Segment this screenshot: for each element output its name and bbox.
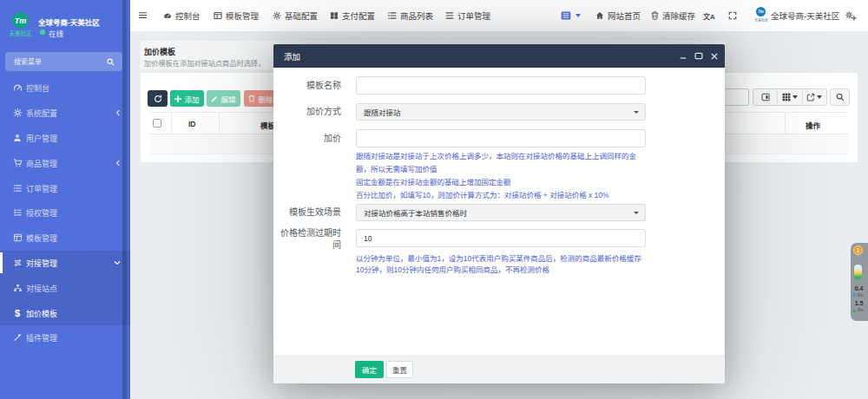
markup-mode-select[interactable]: 跟随对接站 (356, 103, 646, 121)
scene-select[interactable]: 对接站价格高于本站销售价格时 (356, 204, 646, 221)
upload-speed-value: 1.5 (851, 300, 867, 306)
logo-text: Tm (15, 16, 27, 25)
column-divider (171, 112, 172, 134)
nav-item-console[interactable]: 控制台 (163, 0, 201, 31)
add-button[interactable]: 添加 (170, 90, 204, 107)
home-icon (595, 11, 604, 20)
page-description: 加价模板在添加对接站点商品时选择， (144, 57, 265, 68)
trash-icon (651, 11, 659, 20)
order-list-icon (12, 184, 23, 193)
expiry-input[interactable] (356, 229, 646, 247)
scene-value: 对接站价格高于本站销售价格时 (364, 207, 467, 218)
sidebar-item-system-config[interactable]: 系统配置 (0, 101, 130, 126)
fullscreen-button[interactable] (728, 0, 737, 31)
sidebar-item-user-management[interactable]: 用户管理 (0, 126, 130, 151)
columns-button[interactable] (777, 89, 801, 105)
sidebar-item-plugin-management[interactable]: 插件管理 (0, 325, 130, 350)
sidebar-item-label: 系统配置 (26, 108, 57, 119)
select-all-checkbox[interactable] (153, 119, 161, 128)
search-button[interactable] (830, 88, 850, 106)
close-icon[interactable] (711, 44, 718, 68)
export-button[interactable] (802, 89, 826, 105)
sidebar-item-order-management[interactable]: 订单管理 (0, 175, 130, 200)
sidebar-search-input[interactable] (14, 52, 101, 71)
avatar-text: Tm (758, 10, 764, 14)
caret-down-icon (575, 14, 581, 17)
caret-down-icon (634, 111, 639, 114)
minimize-icon[interactable] (680, 44, 687, 68)
refresh-button[interactable] (148, 90, 168, 107)
gears-icon (845, 10, 857, 21)
refresh-icon (154, 95, 162, 103)
cart-icon (12, 158, 23, 167)
nav-item-basic-config[interactable]: 基础配置 (273, 0, 318, 31)
markup-hint-line: 百分比加价，如填写10，则加价计算方式为：对接站价格 + 对接站价格 x 10% (356, 189, 609, 202)
exchange-icon (12, 258, 23, 267)
sidebar-item-docking-sites[interactable]: 对接站点 (0, 275, 130, 300)
nav-item-payment-config[interactable]: 支付配置 (330, 0, 375, 31)
sidebar-item-markup-template[interactable]: $ 加价模板 (0, 300, 130, 325)
markup-input[interactable] (356, 129, 646, 147)
quick-menu-button[interactable] (561, 0, 581, 31)
sidebar-item-goods-management[interactable]: 商品管理 (0, 150, 130, 175)
sidebar-item-auth-management[interactable]: 授权管理 (0, 200, 130, 226)
settings-button[interactable] (845, 0, 857, 31)
nav-item-goods-list[interactable]: 商品列表 (388, 0, 433, 31)
maximize-icon[interactable] (694, 44, 703, 68)
site-home-label: 网站首页 (608, 10, 641, 22)
pencil-icon (211, 95, 218, 102)
confirm-button[interactable]: 确定 (355, 361, 384, 378)
sidebar-item-label: 商品管理 (26, 157, 57, 168)
sidebar: Tm 天美社区 全球号商-天美社区 在线 控制台 系统配置 (0, 0, 130, 399)
column-divider (219, 112, 220, 134)
sidebar-item-label: 对接管理 (26, 257, 57, 268)
goods-list-icon (388, 11, 397, 20)
dialog-titlebar[interactable]: 添加 (273, 44, 725, 68)
field-label-mode: 加价方式 (280, 106, 341, 118)
nav-item-label: 模板管理 (226, 10, 259, 22)
sidebar-item-console[interactable]: 控制台 (0, 75, 130, 101)
online-status: 在线 (49, 28, 63, 38)
avatar: Tm (756, 7, 766, 16)
dollar-icon: $ (12, 308, 23, 317)
hamburger-icon[interactable] (139, 11, 147, 19)
markup-mode-value: 跟随对接站 (364, 107, 401, 117)
nav-item-label: 商品列表 (400, 10, 433, 22)
detail-view-button[interactable] (753, 89, 777, 105)
download-arrow-icon (852, 294, 856, 298)
network-speed-widget[interactable]: 1 0.4 K/s 1.5 K/s (851, 243, 868, 321)
nav-item-order-management[interactable]: 订单管理 (445, 0, 490, 31)
template-name-input[interactable] (356, 76, 646, 95)
nav-item-template[interactable]: 模板管理 (214, 0, 259, 31)
caret-down-icon (634, 212, 639, 214)
sidebar-item-label: 模板管理 (26, 232, 57, 244)
download-speed-value: 0.4 (851, 285, 867, 291)
search-icon[interactable] (107, 58, 115, 66)
reset-button[interactable]: 重置 (386, 361, 413, 378)
online-dot (40, 29, 45, 35)
user-name: 全球号商-天美社区 (771, 0, 839, 31)
table-view-buttons (753, 88, 827, 106)
plus-icon (174, 95, 181, 102)
translate-button[interactable]: 文A (703, 0, 715, 31)
search-icon (836, 93, 845, 101)
add-dialog: 添加 模板名称 加价方式 跟随对接站 加价 跟随对接站是对接站于上次价格上调多少… (273, 44, 725, 383)
speed-gauge (854, 265, 862, 279)
export-icon (806, 93, 815, 101)
sidebar-item-label: 控制台 (26, 82, 49, 94)
clear-cache-button[interactable]: 清除缓存 (651, 0, 695, 31)
sidebar-menu: 控制台 系统配置 用户管理 商品管理 订单管理 授权管 (0, 75, 130, 350)
sidebar-item-label: 授权管理 (26, 207, 57, 219)
clear-cache-label: 清除缓存 (662, 10, 695, 22)
dialog-title: 添加 (284, 50, 300, 62)
edit-button[interactable]: 编辑 (207, 90, 240, 107)
site-home-button[interactable]: 网站首页 (595, 0, 641, 31)
caret-down-icon (792, 95, 798, 99)
sidebar-item-template-management[interactable]: 模板管理 (0, 226, 130, 251)
sidebar-title: 全球号商-天美社区 (38, 16, 100, 27)
dialog-body: 模板名称 加价方式 跟随对接站 加价 跟随对接站是对接站于上次价格上调多少，本站… (273, 68, 725, 356)
download-speed-unit: K/s (858, 293, 864, 298)
sidebar-item-docking-management[interactable]: 对接管理 (0, 251, 130, 276)
sidebar-item-label: 用户管理 (26, 132, 57, 143)
plugin-icon (12, 333, 23, 343)
